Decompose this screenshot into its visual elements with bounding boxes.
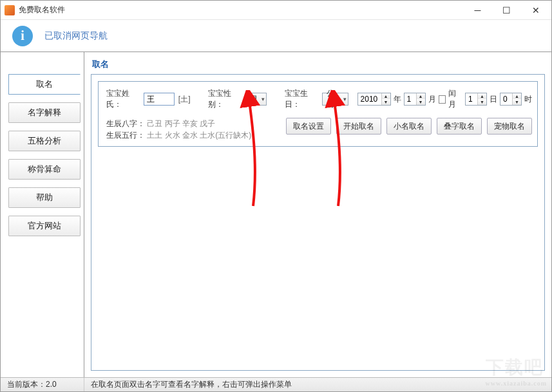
nickname-button[interactable]: 小名取名 <box>386 118 432 135</box>
start-naming-button[interactable]: 开始取名 <box>336 118 381 135</box>
app-icon <box>5 5 15 15</box>
day-suffix: 日 <box>490 94 497 105</box>
calendar-select[interactable]: 公历 ▾ <box>322 93 348 106</box>
pet-name-button[interactable]: 宠物取名 <box>487 118 532 135</box>
spin-down-icon[interactable]: ▼ <box>417 99 425 105</box>
chevron-down-icon: ▾ <box>262 96 265 102</box>
tab-help[interactable]: 帮助 <box>8 187 81 208</box>
spin-down-icon[interactable]: ▼ <box>382 99 390 105</box>
leap-month-label: 闰月 <box>448 88 462 110</box>
status-version: 当前版本：2.0 <box>1 378 84 391</box>
stacked-name-button[interactable]: 叠字取名 <box>437 118 482 135</box>
spin-up-icon[interactable]: ▲ <box>382 93 390 99</box>
tab-website[interactable]: 官方网站 <box>8 216 81 236</box>
bazi-value: 己丑 丙子 辛亥 戊子 <box>147 119 215 128</box>
spin-down-icon[interactable]: ▼ <box>513 99 521 105</box>
hour-spinner[interactable]: ▲▼ <box>500 93 522 106</box>
hour-suffix: 时 <box>524 94 532 105</box>
spin-up-icon[interactable]: ▲ <box>478 93 486 99</box>
birth-label: 宝宝生日： <box>285 88 319 110</box>
wuxing-label: 生辰五行： <box>106 131 145 140</box>
tab-wuge[interactable]: 五格分析 <box>8 131 81 151</box>
window-title: 免费取名软件 <box>19 5 463 15</box>
header-notice: 已取消网页导航 <box>44 30 108 42</box>
month-suffix: 月 <box>428 94 436 105</box>
maximize-button[interactable]: ☐ <box>492 1 521 19</box>
surname-label: 宝宝姓氏： <box>106 88 141 110</box>
close-button[interactable]: ✕ <box>521 1 550 19</box>
gender-select[interactable]: 男 ▾ <box>245 93 267 106</box>
day-spinner[interactable]: ▲▼ <box>465 93 487 106</box>
panel-title: 取名 <box>84 52 551 74</box>
month-spinner[interactable]: ▲▼ <box>404 93 426 106</box>
status-hint: 在取名页面双击名字可查看名字解释，右击可弹出操作菜单 <box>84 378 298 391</box>
calendar-value: 公历 <box>327 88 339 110</box>
tab-naming[interactable]: 取名 <box>8 74 81 95</box>
leap-month-checkbox[interactable] <box>439 95 446 104</box>
spin-up-icon[interactable]: ▲ <box>417 93 425 99</box>
minimize-button[interactable]: ─ <box>463 1 492 19</box>
tab-chenggu[interactable]: 称骨算命 <box>8 159 81 180</box>
spin-down-icon[interactable]: ▼ <box>478 99 486 105</box>
naming-settings-button[interactable]: 取名设置 <box>286 118 331 135</box>
bazi-label: 生辰八字： <box>106 119 145 128</box>
surname-input[interactable] <box>144 93 175 106</box>
year-spinner[interactable]: ▲▼ <box>357 93 391 106</box>
gender-value: 男 <box>250 94 258 105</box>
chevron-down-icon: ▾ <box>343 96 347 102</box>
year-suffix: 年 <box>394 94 401 105</box>
surname-element-tag: [土] <box>178 94 191 105</box>
spin-up-icon[interactable]: ▲ <box>513 93 521 99</box>
info-icon <box>12 26 33 46</box>
wuxing-value: 土土 火水 金水 土水(五行缺木) <box>147 131 251 140</box>
tab-name-explain[interactable]: 名字解释 <box>8 102 81 123</box>
gender-label: 宝宝性别： <box>208 88 243 110</box>
